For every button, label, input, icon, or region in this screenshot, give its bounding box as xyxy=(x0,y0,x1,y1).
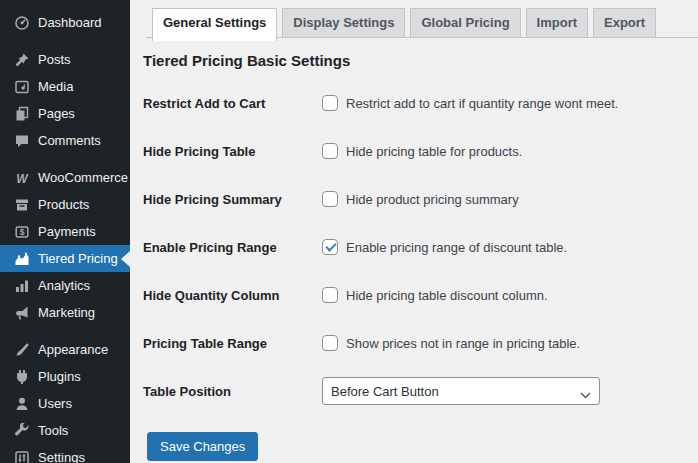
payments-card-icon: $ xyxy=(14,224,30,240)
sidebar-item-tiered-pricing[interactable]: Tiered Pricing xyxy=(0,245,130,272)
sidebar-item-label: Tools xyxy=(38,423,68,438)
sidebar-item-comments[interactable]: Comments xyxy=(0,127,130,154)
bar-chart-icon xyxy=(14,278,30,294)
paint-brush-icon xyxy=(14,342,30,358)
restrict-add-to-cart-checkbox[interactable] xyxy=(322,95,338,111)
sidebar-item-posts[interactable]: Posts xyxy=(0,46,130,73)
dashboard-icon xyxy=(14,15,30,31)
setting-description: Restrict add to cart if quantity range w… xyxy=(346,96,618,111)
setting-label: Pricing Table Range xyxy=(143,336,322,351)
plug-icon xyxy=(14,369,30,385)
sidebar-item-plugins[interactable]: Plugins xyxy=(0,363,130,390)
sidebar-item-tools[interactable]: Tools xyxy=(0,417,130,444)
sidebar-item-dashboard[interactable]: Dashboard xyxy=(0,9,130,36)
setting-row-restrict-add-to-cart: Restrict Add to Cart Restrict add to car… xyxy=(143,79,678,127)
setting-description: Enable pricing range of discount table. xyxy=(346,240,567,255)
setting-description: Hide pricing table for products. xyxy=(346,144,522,159)
tab-display-settings[interactable]: Display Settings xyxy=(282,8,405,37)
sidebar-item-users[interactable]: Users xyxy=(0,390,130,417)
setting-label: Enable Pricing Range xyxy=(143,240,322,255)
megaphone-icon xyxy=(14,305,30,321)
sidebar-item-label: Tiered Pricing xyxy=(38,251,118,266)
save-changes-button[interactable]: Save Changes xyxy=(147,432,258,461)
sidebar-item-settings[interactable]: Settings xyxy=(0,444,130,463)
sidebar-item-label: Analytics xyxy=(38,278,90,293)
sidebar-item-label: Users xyxy=(38,396,72,411)
sidebar-item-label: Settings xyxy=(38,450,85,463)
pages-icon xyxy=(14,106,30,122)
hide-pricing-table-checkbox[interactable] xyxy=(322,143,338,159)
pushpin-icon xyxy=(14,52,30,68)
setting-label: Hide Quantity Column xyxy=(143,288,322,303)
sidebar-item-label: Marketing xyxy=(38,305,95,320)
sidebar-item-label: WooCommerce xyxy=(38,170,128,185)
setting-row-table-position: Table Position Before Cart Button xyxy=(143,367,678,415)
sidebar-item-label: Appearance xyxy=(38,342,108,357)
tab-general-settings[interactable]: General Settings xyxy=(152,8,277,41)
sidebar-item-label: Comments xyxy=(38,133,101,148)
setting-label: Table Position xyxy=(143,384,322,399)
setting-row-enable-pricing-range: Enable Pricing Range Enable pricing rang… xyxy=(143,223,678,271)
hide-pricing-summary-checkbox[interactable] xyxy=(322,191,338,207)
user-icon xyxy=(14,396,30,412)
sidebar-item-label: Plugins xyxy=(38,369,81,384)
woocommerce-icon: W xyxy=(14,170,30,186)
sidebar-item-pages[interactable]: Pages xyxy=(0,100,130,127)
setting-row-pricing-table-range: Pricing Table Range Show prices not in r… xyxy=(143,319,678,367)
setting-row-hide-pricing-table: Hide Pricing Table Hide pricing table fo… xyxy=(143,127,678,175)
setting-description: Hide pricing table discount column. xyxy=(346,288,548,303)
admin-sidebar: Dashboard Posts Media Pages Comments xyxy=(0,0,130,463)
page-title: Tiered Pricing Basic Settings xyxy=(143,52,698,69)
sidebar-item-payments[interactable]: $ Payments xyxy=(0,218,130,245)
hide-quantity-column-checkbox[interactable] xyxy=(322,287,338,303)
settings-tabs: General Settings Display Settings Global… xyxy=(146,8,698,38)
tab-global-pricing[interactable]: Global Pricing xyxy=(410,8,520,37)
media-icon xyxy=(14,79,30,95)
comment-bubble-icon xyxy=(14,133,30,149)
enable-pricing-range-checkbox[interactable] xyxy=(322,239,338,255)
tab-import[interactable]: Import xyxy=(526,8,588,37)
wordpress-admin-screen: Dashboard Posts Media Pages Comments xyxy=(0,0,698,463)
sidebar-item-media[interactable]: Media xyxy=(0,73,130,100)
setting-label: Restrict Add to Cart xyxy=(143,96,322,111)
svg-text:$: $ xyxy=(20,227,25,237)
sidebar-item-marketing[interactable]: Marketing xyxy=(0,299,130,326)
tiered-pricing-chart-icon xyxy=(14,251,30,267)
product-box-icon xyxy=(14,197,30,213)
svg-text:W: W xyxy=(16,171,29,185)
pricing-table-range-checkbox[interactable] xyxy=(322,335,338,351)
sidebar-item-label: Products xyxy=(38,197,89,212)
wrench-icon xyxy=(14,423,30,439)
sidebar-item-label: Media xyxy=(38,79,73,94)
sidebar-item-analytics[interactable]: Analytics xyxy=(0,272,130,299)
sidebar-item-label: Posts xyxy=(38,52,71,67)
setting-label: Hide Pricing Table xyxy=(143,144,322,159)
table-position-select[interactable]: Before Cart Button xyxy=(322,377,600,405)
tab-export[interactable]: Export xyxy=(593,8,656,37)
sidebar-item-label: Dashboard xyxy=(38,15,102,30)
sidebar-item-appearance[interactable]: Appearance xyxy=(0,336,130,363)
settings-page: General Settings Display Settings Global… xyxy=(130,0,698,463)
sidebar-item-label: Payments xyxy=(38,224,96,239)
sidebar-item-woocommerce[interactable]: W WooCommerce xyxy=(0,164,130,191)
general-settings-form: Restrict Add to Cart Restrict add to car… xyxy=(143,79,678,461)
settings-sliders-icon xyxy=(14,450,30,463)
setting-row-hide-pricing-summary: Hide Pricing Summary Hide product pricin… xyxy=(143,175,678,223)
setting-description: Show prices not in range in pricing tabl… xyxy=(346,336,580,351)
sidebar-item-products[interactable]: Products xyxy=(0,191,130,218)
sidebar-item-label: Pages xyxy=(38,106,75,121)
setting-label: Hide Pricing Summary xyxy=(143,192,322,207)
setting-row-hide-quantity-column: Hide Quantity Column Hide pricing table … xyxy=(143,271,678,319)
setting-description: Hide product pricing summary xyxy=(346,192,519,207)
